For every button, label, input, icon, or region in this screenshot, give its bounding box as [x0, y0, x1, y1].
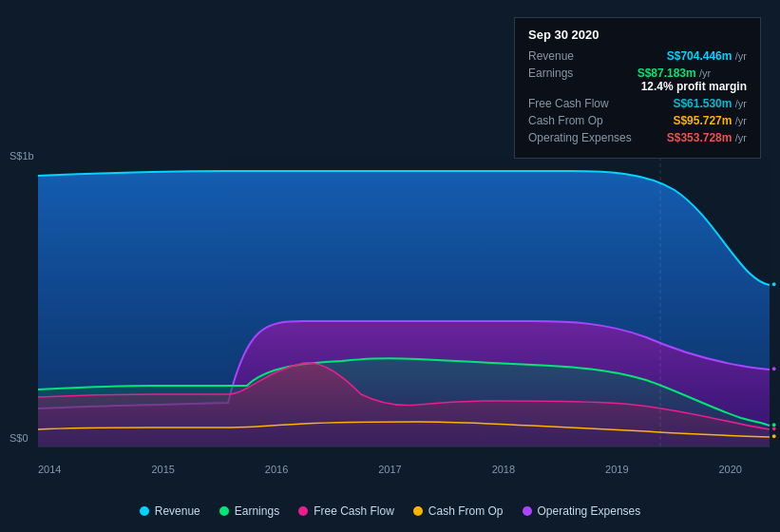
tooltip-revenue-row: Revenue S$704.446m /yr — [528, 49, 747, 63]
tooltip-opexp-label: Operating Expenses — [528, 131, 632, 144]
tooltip-fcf-value: S$61.530m /yr — [673, 97, 747, 110]
legend-opexp-label: Operating Expenses — [538, 504, 641, 518]
chart-container: ● ● ● ● ● S$1b S$0 Sep 30 2020 Revenue S… — [0, 0, 780, 532]
cashfromop-right-label: ● — [771, 431, 776, 441]
revenue-right-label: ● — [771, 279, 776, 289]
tooltip-fcf-row: Free Cash Flow S$61.530m /yr — [528, 97, 747, 110]
x-label-2019: 2019 — [605, 464, 628, 475]
tooltip-cashfromop-row: Cash From Op S$95.727m /yr — [528, 114, 747, 127]
tooltip: Sep 30 2020 Revenue S$704.446m /yr Earni… — [514, 17, 761, 159]
tooltip-earnings-label: Earnings — [528, 66, 573, 80]
legend-revenue[interactable]: Revenue — [140, 504, 200, 518]
tooltip-margin: 12.4% profit margin — [641, 80, 747, 93]
legend-earnings-dot — [219, 506, 229, 516]
y-label-bottom: S$0 — [10, 432, 29, 444]
tooltip-date: Sep 30 2020 — [528, 28, 747, 42]
x-axis: 2014 2015 2016 2017 2018 2019 2020 — [0, 464, 780, 475]
legend-earnings[interactable]: Earnings — [219, 504, 279, 518]
legend: Revenue Earnings Free Cash Flow Cash Fro… — [0, 504, 780, 518]
legend-fcf-dot — [298, 506, 308, 516]
legend-cashfromop-label: Cash From Op — [428, 504, 504, 518]
x-label-2020: 2020 — [718, 464, 741, 475]
tooltip-revenue-label: Revenue — [528, 49, 574, 63]
x-label-2017: 2017 — [378, 464, 401, 475]
tooltip-earnings-value: S$87.183m /yr — [637, 66, 712, 80]
y-label-top: S$1b — [10, 150, 34, 162]
tooltip-fcf-label: Free Cash Flow — [528, 97, 609, 110]
legend-cashfromop[interactable]: Cash From Op — [413, 504, 504, 518]
tooltip-revenue-value: S$704.446m /yr — [667, 49, 747, 63]
tooltip-opexp-value: S$353.728m /yr — [667, 131, 747, 144]
tooltip-cashfromop-value: S$95.727m /yr — [673, 114, 747, 127]
x-label-2014: 2014 — [38, 464, 61, 475]
x-label-2018: 2018 — [492, 464, 515, 475]
legend-fcf[interactable]: Free Cash Flow — [298, 504, 394, 518]
legend-opexp[interactable]: Operating Expenses — [523, 504, 641, 518]
tooltip-cashfromop-label: Cash From Op — [528, 114, 603, 127]
tooltip-earnings-values: S$87.183m /yr 12.4% profit margin — [637, 66, 747, 93]
legend-opexp-dot — [523, 506, 532, 516]
x-label-2015: 2015 — [151, 464, 174, 475]
legend-earnings-label: Earnings — [235, 504, 279, 518]
opexp-right-label: ● — [771, 364, 776, 373]
tooltip-opexp-row: Operating Expenses S$353.728m /yr — [528, 131, 747, 144]
legend-cashfromop-dot — [413, 506, 423, 516]
tooltip-earnings-row: Earnings S$87.183m /yr 12.4% profit marg… — [528, 66, 747, 93]
legend-revenue-label: Revenue — [155, 504, 200, 518]
legend-fcf-label: Free Cash Flow — [314, 504, 394, 518]
x-label-2016: 2016 — [265, 464, 288, 475]
legend-revenue-dot — [140, 506, 149, 516]
